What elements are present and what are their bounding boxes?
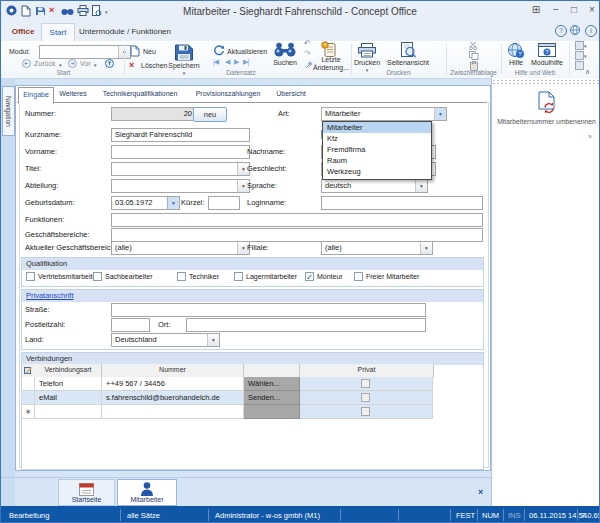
table-cell-nummer[interactable]: s.fahrenschild@buerohandelch.de: [102, 391, 244, 405]
funktionen-field[interactable]: [111, 213, 483, 227]
form-tab-technikerqualifikationen[interactable]: Technikerqualifikationen: [94, 87, 186, 101]
refresh-button[interactable]: Aktualisieren: [227, 48, 267, 55]
task-pane-chevron-icon[interactable]: »: [588, 133, 592, 140]
techniker-checkbox[interactable]: [177, 272, 186, 281]
view-tab-startseite[interactable]: Startseite: [58, 479, 115, 506]
art-option-kfz[interactable]: Kfz: [323, 133, 431, 144]
column-header-privat[interactable]: Privat: [300, 364, 434, 378]
navigation-tab[interactable]: Navigation: [2, 86, 15, 136]
freier-mitarbeiter-checkbox[interactable]: [354, 272, 363, 281]
table-cell-art[interactable]: Telefon: [35, 377, 102, 391]
art-option-fremdfirma[interactable]: Fremdfirma: [323, 144, 431, 155]
privat-checkbox[interactable]: [361, 379, 370, 388]
task-pane-grip[interactable]: [492, 79, 600, 86]
forward-dropdown-icon[interactable]: ▾: [94, 62, 97, 68]
table-cell-nummer[interactable]: ++49 567 / 34456: [102, 377, 244, 391]
abteilung-combobox[interactable]: ▾: [111, 179, 250, 193]
mini-tool-icon[interactable]: [575, 41, 584, 50]
back-dropdown-icon[interactable]: ▾: [59, 62, 62, 68]
table-cell-nummer[interactable]: [102, 405, 244, 419]
lagermitarbeiter-checkbox[interactable]: [234, 272, 243, 281]
record-prev-icon[interactable]: ◀: [225, 58, 229, 66]
mini-dropdown-icon[interactable]: ▾: [584, 43, 587, 49]
web-icon[interactable]: [570, 25, 580, 37]
table-cell-art[interactable]: [35, 405, 102, 419]
row-selector[interactable]: [21, 377, 35, 391]
form-tab-provisionszahlungen[interactable]: Provisionszahlungen: [188, 87, 268, 101]
chevron-down-icon[interactable]: ▾: [415, 180, 427, 192]
sprache-combobox[interactable]: deutsch ▾: [321, 179, 428, 193]
nummer-field[interactable]: 20: [111, 107, 196, 121]
neu-button[interactable]: neu: [193, 107, 227, 122]
module-help-icon[interactable]: ?: [538, 43, 556, 60]
send-button[interactable]: Senden...: [244, 391, 300, 405]
strasse-field[interactable]: [111, 303, 426, 317]
chevron-down-icon[interactable]: ▾: [207, 334, 219, 346]
search-icon[interactable]: [273, 42, 297, 59]
privat-checkbox[interactable]: [361, 407, 370, 416]
sachbearbeiter-checkbox[interactable]: [93, 272, 102, 281]
art-option-mitarbeiter[interactable]: Mitarbeiter: [323, 122, 431, 133]
module-help-button[interactable]: Modulhilfe: [529, 59, 565, 66]
refresh-icon[interactable]: [213, 45, 225, 59]
chevron-down-icon[interactable]: ▾: [434, 108, 446, 120]
filiale-combobox[interactable]: (alle) ▾: [321, 241, 433, 255]
ort-field[interactable]: [186, 318, 426, 332]
table-cell-art[interactable]: eMail: [35, 391, 102, 405]
tab-untermodule[interactable]: Untermodule / Funktionen: [77, 23, 173, 40]
vertriebsmitarbeiter-checkbox[interactable]: [26, 272, 35, 281]
column-header-nummer[interactable]: Nummer: [102, 364, 244, 378]
help-button[interactable]: Hilfe: [504, 59, 528, 66]
view-tab-mitarbeiter[interactable]: Mitarbeiter: [117, 479, 177, 506]
form-tab-uebersicht[interactable]: Übersicht: [270, 87, 312, 101]
maximize-icon[interactable]: □: [566, 4, 582, 15]
delete-record-icon[interactable]: ×: [129, 61, 134, 70]
akt-geschaeftsbereich-combobox[interactable]: (alle) ▾: [111, 241, 250, 255]
record-last-icon[interactable]: ▶|: [243, 58, 248, 66]
titel-combobox[interactable]: ▾: [111, 162, 250, 176]
chevron-down-icon[interactable]: ▾: [167, 197, 179, 209]
chevron-down-icon[interactable]: ▾: [420, 242, 432, 254]
monteur-checkbox[interactable]: ✓: [305, 272, 314, 281]
record-next-icon[interactable]: ▶: [234, 58, 238, 66]
column-header-action[interactable]: [244, 364, 300, 378]
kuerzel-field[interactable]: [208, 196, 240, 210]
close-icon[interactable]: ×: [584, 4, 600, 15]
form-tab-weiteres[interactable]: Weiteres: [54, 87, 92, 101]
back-button[interactable]: Zurück: [34, 60, 55, 67]
art-option-werkzeug[interactable]: Werkzeug: [323, 166, 431, 177]
tab-start[interactable]: Start: [41, 23, 75, 41]
mini-tool-icon[interactable]: [575, 61, 584, 70]
art-combobox[interactable]: Mitarbeiter ▾: [321, 107, 447, 121]
tab-office[interactable]: Office: [7, 23, 39, 40]
last-change-button-line2[interactable]: Änderung...: [309, 64, 353, 71]
new-record-icon[interactable]: [130, 45, 140, 59]
close-view-icon[interactable]: ×: [478, 487, 483, 497]
record-first-icon[interactable]: |◀: [213, 58, 218, 66]
modul-combobox[interactable]: ▾: [39, 45, 131, 59]
rename-number-action[interactable]: Mitarbeiternummer umbenennen: [493, 118, 600, 125]
privatanschrift-header-link[interactable]: Privatanschrift: [26, 291, 74, 300]
row-selector[interactable]: [21, 391, 35, 405]
print-preview-button[interactable]: Seitenansicht: [383, 59, 433, 66]
save-button[interactable]: Speichern: [164, 62, 204, 69]
print-preview-icon[interactable]: [399, 42, 417, 60]
forward-button[interactable]: Vor: [80, 60, 91, 67]
search-button[interactable]: Suchen: [265, 59, 305, 66]
save-icon[interactable]: [174, 43, 194, 64]
print-button[interactable]: Drucken: [351, 59, 383, 66]
help-icon[interactable]: ?: [555, 25, 567, 37]
table-corner-cell[interactable]: [21, 364, 36, 378]
new-row-marker[interactable]: ∗: [21, 405, 35, 419]
form-tab-eingabe[interactable]: Eingabe: [18, 87, 54, 104]
land-combobox[interactable]: Deutschland ▾: [111, 333, 220, 347]
mini-tool-icon[interactable]: [575, 51, 584, 60]
privat-checkbox[interactable]: [361, 393, 370, 402]
last-change-button-line1[interactable]: Letzte: [313, 56, 349, 63]
postleitzahl-field[interactable]: [111, 318, 150, 332]
pin-window-icon[interactable]: ⊞: [528, 4, 544, 15]
undo-icon[interactable]: ↶: [304, 39, 311, 48]
dial-button[interactable]: Wählen...: [244, 377, 300, 391]
new-button[interactable]: Neu: [143, 48, 156, 55]
rename-number-icon[interactable]: [536, 91, 558, 115]
